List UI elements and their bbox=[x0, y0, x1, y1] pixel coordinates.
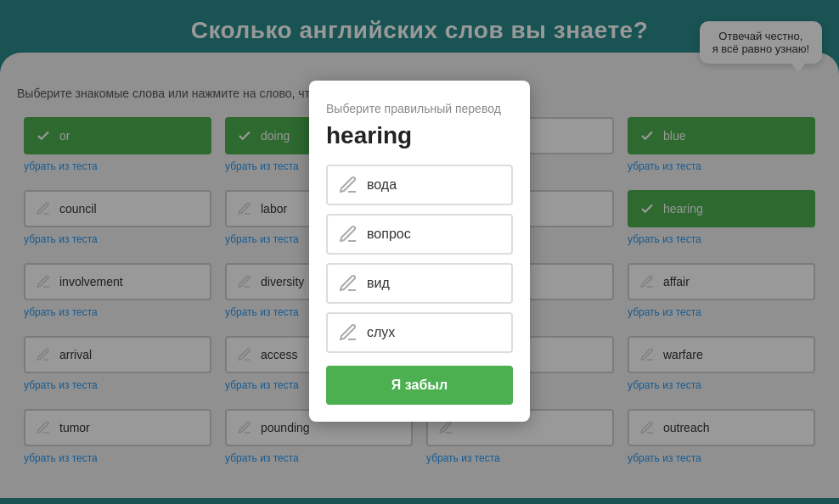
option-1-text: вода bbox=[367, 177, 397, 193]
option-3-icon bbox=[338, 273, 358, 294]
translation-modal: Выберите правильный перевод hearing вода… bbox=[309, 81, 530, 422]
option-4-text: слух bbox=[367, 325, 395, 340]
modal-word: hearing bbox=[326, 122, 513, 149]
option-1-icon bbox=[338, 175, 358, 195]
option-3-text: вид bbox=[367, 276, 390, 291]
option-2-text: вопрос bbox=[367, 227, 411, 242]
modal-subtitle: Выберите правильный перевод bbox=[326, 102, 513, 115]
option-1[interactable]: вода bbox=[326, 165, 513, 205]
page-wrapper: Сколько английских слов вы знаете? Отвеч… bbox=[0, 0, 839, 504]
option-4-icon bbox=[338, 322, 358, 343]
option-3[interactable]: вид bbox=[326, 263, 513, 304]
option-2[interactable]: вопрос bbox=[326, 214, 513, 255]
option-4[interactable]: слух bbox=[326, 312, 513, 353]
option-2-icon bbox=[338, 224, 358, 244]
forgot-button[interactable]: Я забыл bbox=[326, 366, 513, 405]
